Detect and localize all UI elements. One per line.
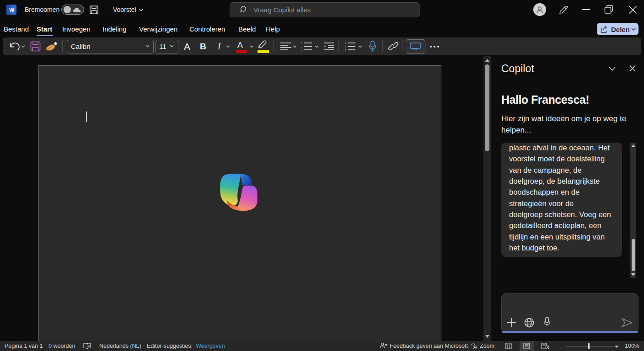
svg-text:1: 1	[301, 42, 302, 44]
svg-text:2: 2	[301, 45, 302, 48]
svg-text:3: 3	[301, 48, 302, 51]
svg-text:W: W	[9, 7, 15, 13]
